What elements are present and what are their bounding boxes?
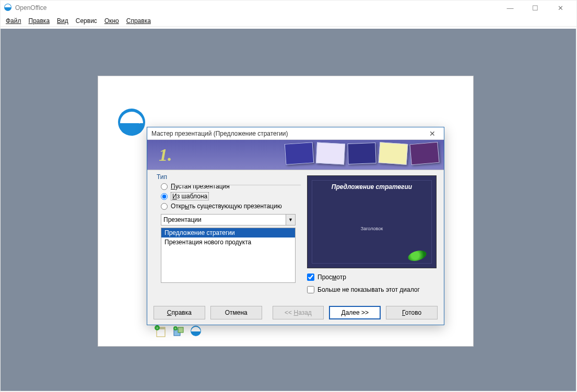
preview-subtitle: Заголовок	[308, 226, 436, 231]
dont-show-checkbox-label: Больше не показывать этот диалог	[317, 286, 420, 293]
app-window: OpenOffice — ☐ ✕ Файл Правка Вид Сервис …	[0, 0, 577, 392]
preview-checkbox-label: Просмотр	[317, 274, 346, 281]
dont-show-checkbox[interactable]	[307, 286, 314, 293]
radio-empty-label: Пустая презентация	[171, 183, 230, 190]
menu-help[interactable]: Справка	[126, 17, 151, 25]
dropdown-selected-value: Презентации	[163, 216, 202, 223]
wizard-close-button[interactable]: ✕	[425, 129, 440, 138]
back-button: << Назад	[273, 306, 324, 319]
window-controls: — ☐ ✕	[502, 4, 573, 12]
svg-text:+: +	[174, 327, 176, 330]
list-item[interactable]: Предложение стратегии	[161, 228, 295, 237]
app-icon	[4, 3, 12, 13]
wizard-titlebar: Мастер презентаций (Предложение стратеги…	[147, 127, 444, 140]
wizard-button-bar: Справка Отмена << Назад Далее >> Готово	[154, 306, 438, 319]
minimize-button[interactable]: —	[502, 4, 518, 12]
client-area: + + Мастер презентаций (Предложение стра…	[1, 29, 576, 391]
menu-view[interactable]: Вид	[57, 17, 68, 25]
radio-open-existing-label: Открыть существующую презентацию	[171, 203, 282, 210]
preview-checkbox-row[interactable]: Просмотр	[307, 274, 438, 281]
preview-checkbox[interactable]	[307, 274, 314, 281]
openoffice-logo-icon	[117, 108, 146, 138]
type-group: Тип Пустая презентация Из шаблона	[154, 173, 301, 283]
list-item[interactable]: Презентация нового продукта	[161, 237, 295, 247]
cancel-button[interactable]: Отмена	[210, 306, 262, 319]
template-listbox[interactable]: Предложение стратегии Презентация нового…	[161, 228, 296, 283]
radio-from-template[interactable]	[161, 193, 168, 200]
presentation-wizard-dialog: Мастер презентаций (Предложение стратеги…	[147, 127, 444, 325]
menubar: Файл Правка Вид Сервис Окно Справка	[1, 15, 576, 27]
svg-rect-7	[178, 327, 183, 332]
next-button[interactable]: Далее >>	[329, 306, 381, 319]
wizard-step-number: 1.	[159, 145, 172, 165]
titlebar: OpenOffice — ☐ ✕	[1, 1, 576, 15]
app-title: OpenOffice	[15, 4, 46, 11]
menu-file[interactable]: Файл	[6, 17, 21, 25]
menu-tools[interactable]: Сервис	[76, 17, 97, 25]
preview-pane: Предложение стратегии Заголовок	[307, 175, 437, 268]
extensions-icon[interactable]: +	[172, 325, 185, 338]
radio-empty[interactable]	[161, 183, 168, 190]
radio-open-existing-row[interactable]: Открыть существующую презентацию	[161, 203, 301, 210]
menu-edit[interactable]: Правка	[29, 17, 50, 25]
openoffice-small-icon[interactable]	[190, 325, 203, 338]
type-group-legend: Тип	[155, 173, 169, 181]
maximize-button[interactable]: ☐	[527, 4, 543, 12]
dont-show-checkbox-row[interactable]: Больше не показывать этот диалог	[307, 286, 438, 293]
dropdown-button-icon[interactable]: ▼	[286, 215, 295, 225]
templates-icon[interactable]: +	[155, 325, 167, 338]
radio-empty-row[interactable]: Пустая презентация	[161, 183, 301, 190]
close-button[interactable]: ✕	[552, 4, 568, 12]
start-center-bottom-icons: + +	[155, 325, 203, 338]
wizard-banner: 1.	[147, 140, 444, 170]
banner-thumbnails	[285, 143, 439, 164]
finish-button[interactable]: Готово	[386, 306, 438, 319]
radio-from-template-label: Из шаблона	[171, 192, 209, 200]
wizard-title-text: Мастер презентаций (Предложение стратеги…	[151, 130, 288, 137]
menu-window[interactable]: Окно	[104, 17, 119, 25]
template-category-dropdown[interactable]: Презентации ▼	[161, 214, 296, 225]
radio-from-template-row[interactable]: Из шаблона	[161, 192, 301, 200]
svg-text:+: +	[156, 326, 159, 330]
radio-open-existing[interactable]	[161, 203, 168, 210]
help-button[interactable]: Справка	[154, 306, 205, 319]
